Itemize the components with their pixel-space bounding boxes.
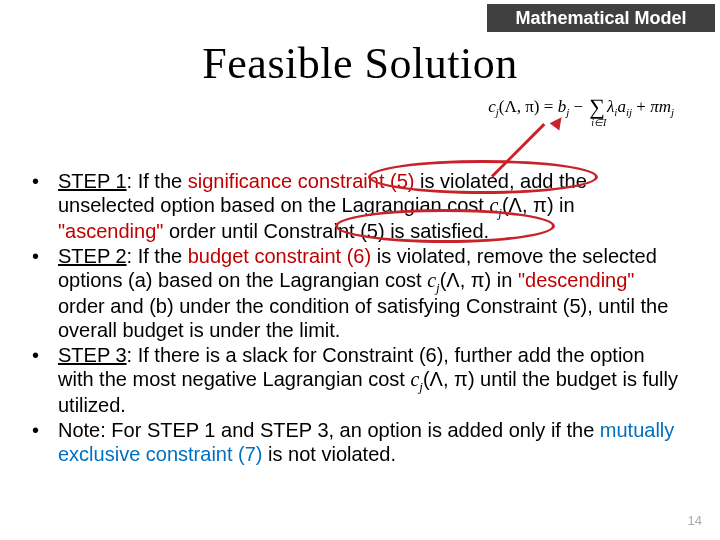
header-label: Mathematical Model bbox=[487, 4, 715, 32]
bullet-step-3: STEP 3: If there is a slack for Constrai… bbox=[18, 344, 684, 418]
step-1-label: STEP 1 bbox=[58, 170, 127, 192]
page-title: Feasible Solution bbox=[0, 38, 720, 89]
hl-budget-constraint: budget constraint (6) bbox=[188, 245, 371, 267]
lagrangian-cost-formula: cj(Λ, π) = bj − ∑i∈Iλiaij + πmj bbox=[488, 97, 674, 119]
bullet-note: Note: For STEP 1 and STEP 3, an option i… bbox=[18, 419, 684, 467]
page-number: 14 bbox=[688, 513, 702, 528]
hl-descending: "descending" bbox=[518, 269, 635, 291]
header-label-text: Mathematical Model bbox=[515, 8, 686, 29]
step-3-label: STEP 3 bbox=[58, 344, 127, 366]
bullet-step-2: STEP 2: If the budget constraint (6) is … bbox=[18, 245, 684, 343]
hl-significance-constraint: significance constraint (5) bbox=[188, 170, 415, 192]
step-2-label: STEP 2 bbox=[58, 245, 127, 267]
hl-ascending: "ascending" bbox=[58, 220, 163, 242]
bullet-step-1: STEP 1: If the significance constraint (… bbox=[18, 170, 684, 244]
content-body: STEP 1: If the significance constraint (… bbox=[18, 170, 684, 468]
